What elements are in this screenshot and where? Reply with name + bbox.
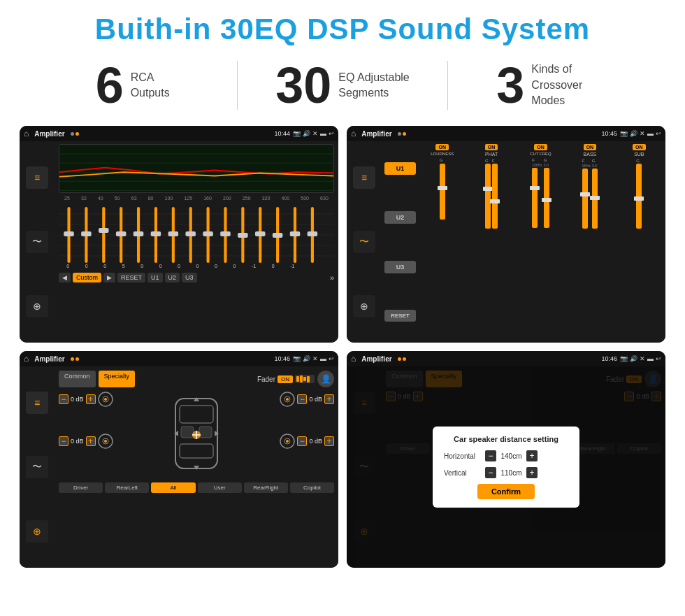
car-top-view xyxy=(165,392,228,475)
svg-rect-37 xyxy=(255,231,266,236)
ch-loudness: ON LOUDNESS G xyxy=(419,144,466,340)
fader-sidebar-icon-1[interactable]: ≡ xyxy=(26,392,48,414)
cross-app-name: Amplifier xyxy=(361,130,391,138)
window-icon-fader: ▬ xyxy=(320,355,326,362)
eq-sidebar-icon-2[interactable]: 〜 xyxy=(26,231,48,253)
btn-copilot[interactable]: Copilot xyxy=(290,482,334,493)
eq-sidebar-icon-1[interactable]: ≡ xyxy=(26,166,48,189)
window-icon-dlg: ▬ xyxy=(647,355,654,362)
ch-sub: ON SUB G xyxy=(616,144,663,340)
dialog-horizontal-plus[interactable]: + xyxy=(526,450,538,461)
cross-sidebar-icon-2[interactable]: 〜 xyxy=(353,231,375,253)
rr-plus[interactable]: + xyxy=(324,436,334,446)
eq-u3-btn[interactable]: U3 xyxy=(182,273,197,282)
dialog-vertical-row: Vertical − 110cm + xyxy=(444,467,568,478)
svg-rect-36 xyxy=(238,233,248,238)
btn-rearleft[interactable]: RearLeft xyxy=(105,482,149,493)
svg-rect-32 xyxy=(168,231,179,236)
rl-plus[interactable]: + xyxy=(86,436,96,446)
svg-rect-48 xyxy=(180,406,213,423)
eq-sidebar-icon-3[interactable]: ⊕ xyxy=(26,295,48,317)
svg-rect-39 xyxy=(290,231,301,236)
camera-icon-fader: 📷 xyxy=(293,355,301,362)
fader-profile-icon[interactable]: 👤 xyxy=(317,371,334,387)
eq-sliders xyxy=(59,203,334,266)
eq-prev-btn[interactable]: ◀ xyxy=(59,273,71,282)
cross-left-sidebar: ≡ 〜 ⊕ xyxy=(347,141,382,343)
fr-db-value: 0 dB xyxy=(309,396,322,403)
dialog-horizontal-label: Horizontal xyxy=(444,452,482,460)
fader-main-area: Common Specialty Fader ON xyxy=(55,366,338,568)
cross-reset-btn[interactable]: RESET xyxy=(384,310,416,322)
dialog-horizontal-value: 140cm xyxy=(499,452,524,460)
tab-specialty[interactable]: Specialty xyxy=(99,371,136,387)
ch-phat: ON PHAT G F xyxy=(468,144,514,340)
tab-common[interactable]: Common xyxy=(59,371,96,387)
dialog-vertical-minus[interactable]: − xyxy=(485,467,496,478)
u3-button[interactable]: U3 xyxy=(384,261,416,273)
dialog-horizontal-minus[interactable]: − xyxy=(485,450,496,461)
volume-icon-cross: 🔊 xyxy=(630,130,637,137)
stat-crossover: 3 Kinds ofCrossover Modes xyxy=(448,60,657,110)
svg-rect-50 xyxy=(181,427,194,438)
svg-rect-33 xyxy=(185,231,196,236)
window-icon-cross: ▬ xyxy=(647,130,654,137)
btn-driver[interactable]: Driver xyxy=(59,482,103,493)
dialog-confirm-button[interactable]: Confirm xyxy=(477,484,535,499)
rr-minus[interactable]: − xyxy=(297,436,307,446)
stat-rca: 6 RCAOutputs xyxy=(28,60,237,110)
fader-sidebar-icon-3[interactable]: ⊕ xyxy=(26,520,48,543)
fader-time: 10:46 xyxy=(274,355,290,362)
fl-speaker-db: − 0 dB + xyxy=(59,392,162,407)
fader-status-bar: ⌂ Amplifier 10:46 📷 🔊 ✕ ▬ ↩ xyxy=(20,351,338,366)
svg-rect-35 xyxy=(220,231,231,236)
cross-sidebar-icon-3[interactable]: ⊕ xyxy=(353,295,375,317)
rl-minus[interactable]: − xyxy=(59,436,68,446)
fr-minus[interactable]: − xyxy=(297,394,307,404)
home-icon: ⌂ xyxy=(24,129,29,138)
dialog-vertical-plus[interactable]: + xyxy=(526,467,538,478)
ch-bass: ON BASS F 90Hz G xyxy=(566,144,613,340)
stat-desc-eq: EQ AdjustableSegments xyxy=(338,70,409,101)
btn-rearright[interactable]: RearRight xyxy=(244,482,288,493)
close-icon-eq: ✕ xyxy=(312,130,318,137)
eq-u1-btn[interactable]: U1 xyxy=(147,273,163,282)
eq-controls-row: ◀ Custom ▶ RESET U1 U2 U3 » xyxy=(59,273,334,282)
volume-icon: 🔊 xyxy=(303,130,310,137)
window-icon-eq: ▬ xyxy=(320,130,326,137)
stat-desc-crossover: Kinds ofCrossover Modes xyxy=(531,62,608,108)
eq-graph xyxy=(59,144,334,193)
eq-reset-btn[interactable]: RESET xyxy=(117,273,145,282)
dialog-overlay: Car speaker distance setting Horizontal … xyxy=(347,366,665,568)
cross-sidebar-icon-1[interactable]: ≡ xyxy=(353,166,375,189)
back-icon-eq: ↩ xyxy=(329,130,334,137)
fl-minus[interactable]: − xyxy=(59,394,68,404)
fader-sidebar-icon-2[interactable]: 〜 xyxy=(26,456,48,478)
btn-all[interactable]: All xyxy=(151,482,195,493)
back-icon-fader: ↩ xyxy=(329,355,334,362)
cross-status-bar: ⌂ Amplifier 10:45 📷 🔊 ✕ ▬ ↩ xyxy=(347,126,665,141)
close-icon-fader: ✕ xyxy=(312,355,318,362)
btn-user[interactable]: User xyxy=(198,482,242,493)
bottom-buttons-row: Driver RearLeft All User RearRight Copil… xyxy=(59,482,334,493)
cross-time: 10:45 xyxy=(601,130,617,137)
back-icon-dlg: ↩ xyxy=(656,355,661,362)
svg-rect-28 xyxy=(99,228,109,233)
dialog-screen: ⌂ Amplifier 10:46 📷 🔊 ✕ ▬ ↩ ≡ 〜 ⊕ xyxy=(347,351,665,568)
fl-plus[interactable]: + xyxy=(86,394,96,404)
fr-plus[interactable]: + xyxy=(324,394,334,404)
eq-custom-btn[interactable]: Custom xyxy=(73,273,101,282)
fader-sidebar: ≡ 〜 ⊕ xyxy=(20,366,55,568)
cross-channels: ON LOUDNESS G ON xyxy=(419,144,663,340)
eq-status-bar: ⌂ Amplifier 10:44 📷 🔊 ✕ ▬ ↩ xyxy=(20,126,338,141)
fader-bars-icon xyxy=(295,375,315,383)
u2-button[interactable]: U2 xyxy=(384,211,416,224)
eq-u2-btn[interactable]: U2 xyxy=(165,273,180,282)
svg-point-64 xyxy=(286,440,289,443)
back-icon-cross: ↩ xyxy=(656,130,661,137)
u1-button[interactable]: U1 xyxy=(384,162,416,175)
close-icon-cross: ✕ xyxy=(640,130,645,137)
eq-app-name: Amplifier xyxy=(34,130,64,138)
eq-play-btn[interactable]: ▶ xyxy=(103,273,115,282)
svg-rect-51 xyxy=(199,427,212,438)
